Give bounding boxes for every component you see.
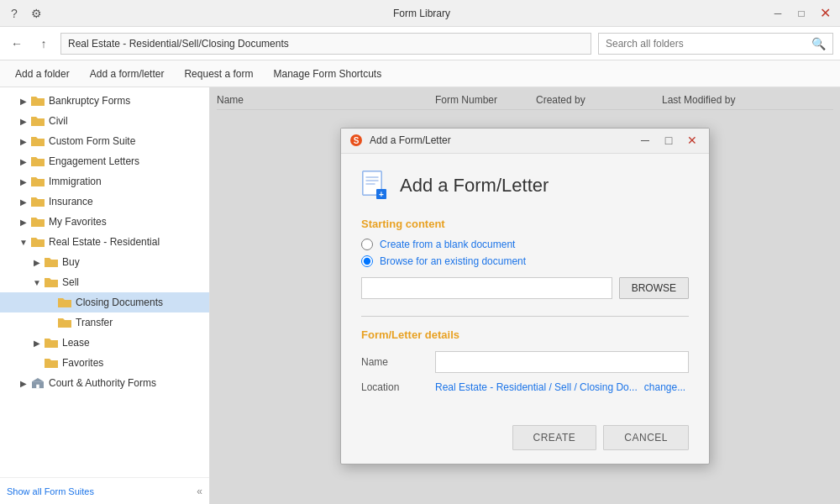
show-all-link[interactable]: Show all Form Suites xyxy=(7,486,94,496)
chevron-right-icon: ▶ xyxy=(17,195,30,208)
sidebar: ▶ Bankruptcy Forms ▶ Civil ▶ Custom Form… xyxy=(0,87,210,504)
collapse-sidebar-btn[interactable]: « xyxy=(197,486,202,497)
svg-rect-2 xyxy=(36,385,39,388)
chevron-right-icon: ▶ xyxy=(17,114,30,128)
sidebar-item-label: My Favorites xyxy=(49,216,107,228)
manage-shortcuts-btn[interactable]: Manage Form Shortcuts xyxy=(265,65,390,83)
toolbar: Add a folder Add a form/letter Request a… xyxy=(0,60,840,87)
folder-icon xyxy=(44,256,59,268)
sidebar-item-insurance[interactable]: ▶ Insurance xyxy=(0,192,209,212)
radio-blank[interactable] xyxy=(361,239,373,250)
minimize-btn[interactable]: ─ xyxy=(769,5,786,22)
add-folder-btn[interactable]: Add a folder xyxy=(7,65,78,83)
folder-icon xyxy=(30,95,45,107)
radio-blank-item[interactable]: Create from a blank document xyxy=(361,239,689,250)
document-icon: + xyxy=(361,171,391,201)
folder-icon xyxy=(30,135,45,147)
sidebar-item-closing-docs[interactable]: ▶ Closing Documents xyxy=(0,292,209,312)
sidebar-item-label: Sell xyxy=(62,276,79,288)
radio-existing-label: Browse for an existing document xyxy=(380,255,526,267)
sidebar-item-label: Custom Form Suite xyxy=(49,135,135,147)
window-controls: ─ □ ✕ xyxy=(769,5,833,22)
chevron-right-icon: ▶ xyxy=(17,155,30,168)
sidebar-item-transfer[interactable]: ▶ Transfer xyxy=(0,312,209,333)
modal-overlay: S Add a Form/Letter ─ □ ✕ xyxy=(210,87,840,504)
sidebar-item-label: Transfer xyxy=(76,317,113,328)
sidebar-item-custom[interactable]: ▶ Custom Form Suite xyxy=(0,131,209,151)
cancel-button[interactable]: CANCEL xyxy=(603,425,689,450)
building-icon xyxy=(30,377,45,389)
section-divider xyxy=(361,316,689,317)
sidebar-item-engagement[interactable]: ▶ Engagement Letters xyxy=(0,151,209,171)
dialog-minimize-btn[interactable]: ─ xyxy=(637,132,654,149)
folder-icon xyxy=(30,115,45,127)
sidebar-item-label: Insurance xyxy=(49,196,93,207)
sidebar-item-favorites[interactable]: ▶ My Favorites xyxy=(0,212,209,232)
dialog-body: + Add a Form/Letter Starting content Cre… xyxy=(341,154,709,415)
dialog-header: + Add a Form/Letter xyxy=(361,171,689,201)
address-bar: ← ↑ Real Estate - Residential/Sell/Closi… xyxy=(0,27,840,60)
sidebar-item-immigration[interactable]: ▶ Immigration xyxy=(0,171,209,192)
browse-row: BROWSE xyxy=(361,277,689,299)
folder-icon xyxy=(44,337,59,349)
dialog-app-icon: S xyxy=(349,134,363,147)
location-row: Location Real Estate - Residential / Sel… xyxy=(361,381,689,393)
sidebar-item-real-estate[interactable]: ▼ Real Estate - Residential xyxy=(0,232,209,252)
maximize-btn[interactable]: □ xyxy=(793,5,810,22)
help-icon[interactable]: ? xyxy=(7,6,22,21)
request-form-btn[interactable]: Request a form xyxy=(176,65,261,83)
name-label: Name xyxy=(361,356,428,368)
folder-icon xyxy=(30,216,45,228)
dialog-heading: Add a Form/Letter xyxy=(400,175,549,197)
change-location-link[interactable]: change... xyxy=(644,381,685,393)
add-form-btn[interactable]: Add a form/letter xyxy=(81,65,173,83)
close-btn[interactable]: ✕ xyxy=(816,5,833,22)
sidebar-item-label: Court & Authority Forms xyxy=(49,377,156,389)
sidebar-item-label: Engagement Letters xyxy=(49,155,139,167)
up-btn[interactable]: ↑ xyxy=(34,34,54,54)
folder-icon xyxy=(57,317,72,328)
window-title: Form Library xyxy=(74,8,769,19)
search-box[interactable]: 🔍 xyxy=(598,33,833,55)
folder-icon xyxy=(30,196,45,207)
sidebar-item-sell[interactable]: ▼ Sell xyxy=(0,272,209,292)
chevron-down-icon: ▼ xyxy=(17,235,30,249)
chevron-right-icon: ▶ xyxy=(17,134,30,148)
folder-icon xyxy=(57,297,72,308)
chevron-right-icon: ▶ xyxy=(17,376,30,390)
sidebar-item-buy[interactable]: ▶ Buy xyxy=(0,252,209,272)
radio-group: Create from a blank document Browse for … xyxy=(361,239,689,267)
content-area: Name Form Number Created by Last Modifie… xyxy=(210,87,840,504)
radio-existing[interactable] xyxy=(361,255,373,267)
folder-icon xyxy=(44,357,59,369)
sidebar-item-label: Bankruptcy Forms xyxy=(49,95,130,107)
search-input[interactable] xyxy=(606,38,806,50)
location-value: Real Estate - Residential / Sell / Closi… xyxy=(435,381,638,393)
dialog-maximize-btn[interactable]: □ xyxy=(660,132,677,149)
dialog-close-btn[interactable]: ✕ xyxy=(684,132,701,149)
name-input[interactable] xyxy=(435,351,689,373)
browse-button[interactable]: BROWSE xyxy=(619,277,689,299)
sidebar-item-label: Real Estate - Residential xyxy=(49,236,160,248)
sidebar-item-court[interactable]: ▶ Court & Authority Forms xyxy=(0,373,209,393)
chevron-right-icon: ▶ xyxy=(17,175,30,188)
sidebar-item-bankruptcy[interactable]: ▶ Bankruptcy Forms xyxy=(0,91,209,111)
create-button[interactable]: CREATE xyxy=(512,425,597,450)
sidebar-item-lease[interactable]: ▶ Lease xyxy=(0,333,209,353)
settings-icon[interactable]: ⚙ xyxy=(29,6,44,21)
sidebar-item-re-favorites[interactable]: ▶ Favorites xyxy=(0,353,209,373)
radio-existing-item[interactable]: Browse for an existing document xyxy=(361,255,689,267)
sidebar-item-label: Favorites xyxy=(62,357,103,369)
sidebar-item-label: Closing Documents xyxy=(76,297,163,308)
sidebar-item-label: Immigration xyxy=(49,176,102,187)
name-row: Name xyxy=(361,351,689,373)
folder-icon xyxy=(30,236,45,248)
browse-text-input[interactable] xyxy=(361,277,612,299)
sidebar-item-label: Civil xyxy=(49,115,68,127)
add-form-dialog: S Add a Form/Letter ─ □ ✕ xyxy=(340,128,710,465)
sidebar-item-civil[interactable]: ▶ Civil xyxy=(0,111,209,131)
search-icon: 🔍 xyxy=(811,37,826,50)
sidebar-item-label: Buy xyxy=(62,256,80,268)
chevron-right-icon: ▶ xyxy=(17,215,30,228)
back-btn[interactable]: ← xyxy=(7,34,27,54)
